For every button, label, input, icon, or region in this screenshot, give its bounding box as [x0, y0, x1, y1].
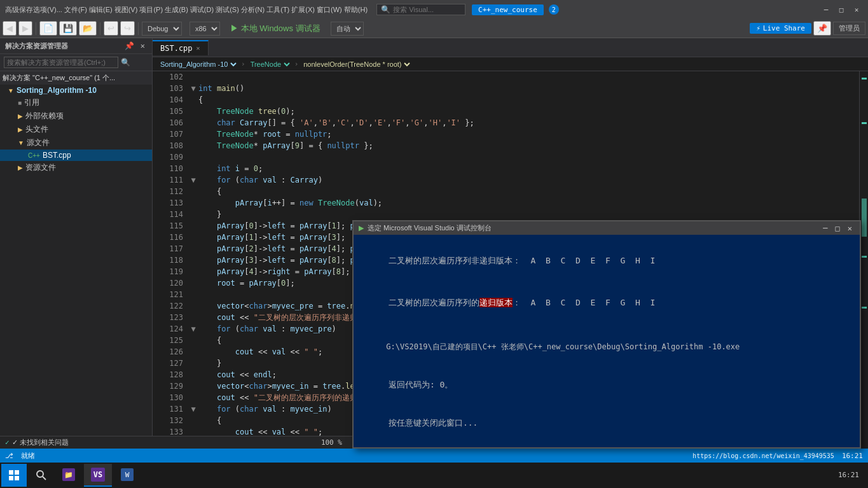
- start-button[interactable]: [1, 464, 27, 487]
- gutter-mark-3: [862, 199, 867, 237]
- sidebar-pin[interactable]: 📌: [123, 41, 136, 51]
- headers-folder-icon: ▶: [18, 126, 23, 133]
- code-line-104: 104 {: [153, 94, 859, 106]
- extern-folder-icon: ▶: [18, 113, 23, 120]
- back-button[interactable]: ◀: [3, 21, 17, 36]
- resources-label: 资源文件: [25, 162, 56, 173]
- console-line-5: 返回代码为: 0。: [359, 366, 855, 404]
- platform-select[interactable]: x86: [189, 22, 220, 36]
- sidebar-item-headers[interactable]: ▶ 头文件: [0, 123, 152, 136]
- minimize-button[interactable]: ─: [820, 3, 832, 16]
- debug-config-select[interactable]: Debug: [142, 22, 182, 36]
- breadcrumb-sep-1: ›: [241, 60, 245, 68]
- search-input[interactable]: [393, 6, 457, 13]
- live-share-button[interactable]: ⚡ Live Share: [750, 23, 811, 34]
- separator-3: [138, 22, 139, 35]
- new-file-button[interactable]: 📄: [39, 21, 57, 36]
- tab-label-bst: BST.cpp: [160, 44, 193, 53]
- console-maximize[interactable]: □: [833, 224, 843, 233]
- forward-button[interactable]: ▶: [18, 21, 32, 36]
- pin-button[interactable]: 📌: [813, 21, 831, 36]
- tab-close-bst[interactable]: ✕: [196, 45, 200, 52]
- redo-button[interactable]: ↪: [120, 21, 135, 36]
- output-bar: ✓ ✓ 未找到相关问题 100 %: [0, 436, 352, 449]
- code-line-111: 111 ▼ for (char val : Carray): [153, 174, 859, 186]
- separator-2: [100, 22, 100, 35]
- bst-label: BST.cpp: [43, 151, 71, 160]
- live-share-label: Live Share: [763, 24, 805, 32]
- taskbar-vs-app[interactable]: VS: [84, 464, 112, 487]
- output-label: ✓: [5, 438, 10, 447]
- time-text: 16:21: [842, 452, 863, 460]
- breadcrumb-select-3[interactable]: nonlevelOrder(TreeNode * root): [301, 60, 412, 69]
- maximize-button[interactable]: □: [835, 3, 848, 16]
- project-item[interactable]: ▼ Sorting_Algorithm -10: [0, 85, 152, 96]
- code-line-102: 102: [153, 71, 859, 83]
- code-line-114: 114 }: [153, 209, 859, 220]
- windows-logo-icon: [8, 470, 20, 481]
- sidebar-item-ref[interactable]: ■ 引用: [0, 96, 152, 109]
- taskbar-app-1[interactable]: [28, 464, 53, 487]
- extern-label: 外部依赖项: [25, 111, 64, 122]
- notification-badge[interactable]: 2: [549, 4, 559, 15]
- svg-point-4: [37, 471, 43, 477]
- sidebar-item-sources[interactable]: ▼ 源文件: [0, 136, 152, 150]
- svg-rect-2: [9, 476, 13, 480]
- undo-button[interactable]: ↩: [104, 21, 118, 36]
- code-line-107: 107 TreeNode* root = nullptr;: [153, 129, 859, 140]
- sidebar-item-extern[interactable]: ▶ 外部依赖项: [0, 109, 152, 123]
- project-label: Sorting_Algorithm -10: [17, 86, 97, 95]
- project-tab[interactable]: C++_new_course: [472, 4, 544, 15]
- sidebar-item-bst[interactable]: C++ BST.cpp: [0, 150, 152, 161]
- console-highlight-text: 递归版本: [479, 298, 513, 307]
- code-line-103: 103 ▼ int main(): [153, 83, 859, 94]
- console-line-4: G:\VS2019\自己建的项目\C++ 张老师\C++_new_course\…: [359, 328, 855, 366]
- breadcrumb-select-2[interactable]: TreeNode: [248, 60, 292, 69]
- console-title-label: 选定 Microsoft Visual Studio 调试控制台: [368, 223, 492, 233]
- console-title-bar: ▶ 选定 Microsoft Visual Studio 调试控制台 ─ □ ✕: [354, 221, 860, 235]
- zoom-level: 100 %: [321, 438, 342, 447]
- bst-icon: C++: [28, 152, 40, 159]
- run-button[interactable]: ▶ 本地 Windows 调试器: [228, 22, 323, 36]
- svg-rect-0: [9, 470, 13, 475]
- sidebar-search-input[interactable]: [4, 57, 118, 68]
- gutter-mark-1: [862, 78, 867, 80]
- manage-button[interactable]: 管理员: [833, 22, 865, 35]
- search-box[interactable]: 🔍: [376, 4, 465, 15]
- console-icon: ▶: [359, 224, 364, 232]
- sidebar-item-resources[interactable]: ▶ 资源文件: [0, 161, 152, 174]
- sidebar-title: 解决方案资源管理器: [5, 41, 68, 51]
- editor-tabs: BST.cpp ✕: [153, 38, 868, 57]
- gutter-mark-4: [862, 256, 867, 258]
- status-bar: ⎇ 就绪 https://blog.csdn.net/weixin_439495…: [0, 449, 868, 463]
- editor-tab-bst[interactable]: BST.cpp ✕: [153, 40, 209, 55]
- sources-folder-icon: ▼: [18, 139, 24, 146]
- toolbar: ◀ ▶ 📄 💾 📂 ↩ ↪ Debug x86 ▶ 本地 Windows 调试器…: [0, 19, 868, 38]
- breadcrumb-select-1[interactable]: Sorting_Algorithm -10: [158, 60, 238, 69]
- console-line-2: 二叉树的层次遍历序列的递归版本： A B C D E F G H I: [359, 282, 855, 324]
- close-button[interactable]: ✕: [850, 3, 863, 16]
- svg-rect-1: [15, 470, 19, 475]
- console-minimize[interactable]: ─: [820, 224, 830, 233]
- gutter-mark-2: [862, 122, 867, 124]
- save-button[interactable]: 💾: [59, 21, 77, 36]
- taskbar-app-2[interactable]: 📁: [55, 464, 83, 487]
- taskbar-search-icon: [34, 468, 47, 481]
- search-icon: 🔍: [381, 5, 390, 14]
- console-line-1: 二叉树的层次遍历序列非递归版本： A B C D E F G H I: [359, 240, 855, 282]
- sidebar: 解决方案资源管理器 📌 ✕ 🔍 解决方案 "C++_new_course" (1…: [0, 38, 153, 449]
- sidebar-header: 解决方案资源管理器 📌 ✕: [0, 38, 152, 54]
- console-close[interactable]: ✕: [845, 224, 855, 233]
- sources-label: 源文件: [27, 137, 50, 148]
- taskbar-app-3[interactable]: W: [113, 464, 141, 487]
- solution-item[interactable]: 解决方案 "C++_new_course" (1 个...: [0, 71, 152, 85]
- breadcrumb: Sorting_Algorithm -10 › TreeNode › nonle…: [153, 57, 868, 71]
- console-content: 二叉树的层次遍历序列非递归版本： A B C D E F G H I 二叉树的层…: [354, 235, 860, 447]
- auto-select[interactable]: 自动: [331, 22, 364, 36]
- sidebar-close[interactable]: ✕: [139, 41, 147, 51]
- open-button[interactable]: 📂: [79, 21, 97, 36]
- output-text: ✓ 未找到相关问题: [12, 438, 69, 447]
- live-share-icon: ⚡: [756, 24, 761, 32]
- breadcrumb-sep-2: ›: [294, 60, 299, 68]
- console-window-controls: ─ □ ✕: [820, 224, 855, 233]
